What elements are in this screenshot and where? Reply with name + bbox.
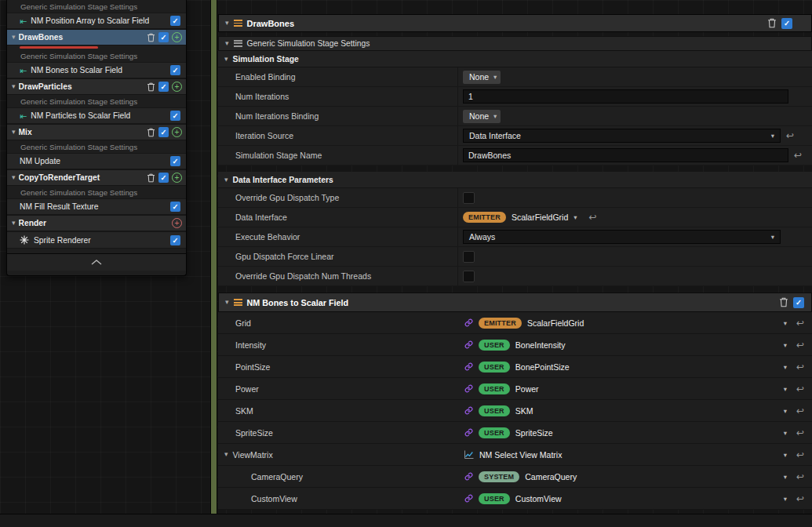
delete-stage-button[interactable] [767,18,777,28]
module-header-nm-bones-to-scalar-field[interactable]: ▾ NM Bones to Scalar Field ✓ [218,293,812,312]
chevron-down-icon[interactable]: ▾ [573,214,577,220]
stage-enabled-checkbox[interactable]: ✓ [158,32,169,42]
param-value[interactable]: NM Select View Matrix [479,450,562,460]
stage-enabled-checkbox[interactable]: ✓ [158,82,169,92]
stage-enabled-checkbox[interactable]: ✓ [158,173,169,183]
category-simulation-stage[interactable]: ▾ Simulation Stage [218,51,812,67]
reset-to-default-button[interactable]: ↩ [796,318,804,328]
module-enabled-checkbox[interactable]: ✓ [170,111,180,121]
category-data-interface-parameters[interactable]: ▾ Data Interface Parameters [218,172,812,188]
reset-to-default-button[interactable]: ↩ [786,131,794,140]
chevron-down-icon[interactable]: ▾ [12,129,16,136]
stage-enabled-checkbox[interactable]: ✓ [781,18,792,29]
stack-group-render[interactable]: ▾ Render + [7,215,186,231]
stack-group-mix[interactable]: ▾ Mix ✓ + [7,124,186,140]
module-enabled-checkbox[interactable]: ✓ [170,65,180,75]
collapse-stack-button[interactable] [7,253,186,271]
reset-to-default-button[interactable]: ↩ [796,340,804,350]
module-enabled-checkbox[interactable]: ✓ [170,202,180,212]
chevron-down-icon[interactable]: ▾ [224,56,228,63]
param-value[interactable]: SpriteSize [515,428,553,438]
override-gpu-dispatch-num-threads-checkbox[interactable] [463,271,475,282]
module-enabled-checkbox[interactable]: ✓ [793,297,804,308]
details-header-drawbones[interactable]: ▾ DrawBones ✓ [218,14,812,32]
chevron-down-icon[interactable]: ▾ [784,386,787,392]
param-value[interactable]: CameraQuery [525,472,577,482]
add-module-button[interactable]: + [172,32,182,42]
chevron-down-icon[interactable]: ▾ [784,474,787,480]
execute-behavior-dropdown[interactable]: Always ▾ [463,230,781,244]
stack-group-drawparticles[interactable]: ▾ DrawParticles ✓ + [7,78,186,95]
param-value[interactable]: SKM [515,406,533,416]
stack-group-copytorendertarget[interactable]: ▾ CopyToRenderTarget ✓ + [7,169,186,186]
add-renderer-button[interactable]: + [172,218,182,228]
chevron-down-icon[interactable]: ▾ [784,320,787,326]
chevron-down-icon[interactable]: ▾ [784,342,787,348]
reset-to-default-button[interactable]: ↩ [796,450,804,460]
reset-to-default-button[interactable]: ↩ [796,362,804,372]
chevron-down-icon[interactable]: ▾ [224,176,228,184]
chevron-down-icon[interactable]: ▾ [12,174,16,181]
reset-to-default-button[interactable]: ↩ [796,384,804,394]
chevron-down-icon[interactable]: ▾ [224,451,228,458]
num-iterations-input[interactable]: 1 [463,89,788,104]
enabled-binding-dropdown[interactable]: None ▾ [463,71,501,84]
reset-to-default-button[interactable]: ↩ [796,428,804,438]
property-label: Gpu Dispatch Force Linear [235,252,333,261]
data-interface-value[interactable]: ScalarFieldGrid [512,213,568,222]
override-gpu-dispatch-type-checkbox[interactable] [463,192,475,204]
stack-module-nm-fill-result-texture[interactable]: NM Fill Result Texture ✓ [7,198,186,215]
chevron-down-icon[interactable]: ▾ [225,40,229,47]
settings-icon [234,40,242,47]
stack-group-drawbones[interactable]: ▾ DrawBones ✓ + [7,29,186,45]
module-enabled-checkbox[interactable]: ✓ [170,16,180,26]
stack-module-nm-bones-to-scalar-field[interactable]: ⇤ NM Bones to Scalar Field ✓ [7,62,186,78]
param-row-skm: SKM USER SKM ▾↩ [218,400,812,422]
stack-module-nm-position-array-to-scalar-field[interactable]: ⇤ NM Position Array to Scalar Field ✓ [7,13,186,29]
delete-stage-button[interactable] [147,173,155,183]
chevron-down-icon[interactable]: ▾ [784,408,787,414]
chevron-down-icon[interactable]: ▾ [784,364,787,370]
iteration-source-dropdown[interactable]: Data Interface ▾ [463,129,781,143]
renderer-enabled-checkbox[interactable]: ✓ [170,235,180,245]
chevron-down-icon[interactable]: ▾ [12,220,16,227]
add-module-button[interactable]: + [172,82,182,92]
param-value[interactable]: Power [515,384,539,394]
param-value[interactable]: CustomView [515,494,562,503]
delete-stage-button[interactable] [147,82,155,92]
chevron-down-icon[interactable]: ▾ [225,20,229,27]
param-value[interactable]: ScalarFieldGrid [527,318,584,328]
gpu-dispatch-force-linear-checkbox[interactable] [463,251,475,263]
reset-to-default-button[interactable]: ↩ [796,472,804,482]
reset-to-default-button[interactable]: ↩ [794,151,802,160]
chevron-down-icon[interactable]: ▾ [784,496,787,502]
linked-input-icon [464,406,473,415]
property-row-data-interface: Data Interface EMITTER ScalarFieldGrid ▾… [218,208,812,227]
add-module-button[interactable]: + [172,127,182,137]
stage-enabled-checkbox[interactable]: ✓ [158,127,169,137]
module-enabled-checkbox[interactable]: ✓ [170,156,180,166]
property-label: Num Iterations Binding [235,111,319,121]
generic-settings-subheader[interactable]: ▾ Generic Simulation Stage Settings [218,36,812,51]
stack-renderer-sprite[interactable]: Sprite Renderer ✓ [7,231,186,249]
simulation-stage-name-input[interactable]: DrawBones [463,148,788,162]
stack-module-nm-particles-to-scalar-field[interactable]: ⇤ NM Particles to Scalar Field ✓ [7,107,186,124]
chevron-down-icon[interactable]: ▾ [12,83,16,90]
delete-stage-button[interactable] [147,128,155,137]
num-iterations-binding-dropdown[interactable]: None ▾ [463,110,501,123]
reset-to-default-button[interactable]: ↩ [796,494,804,503]
chevron-down-icon[interactable]: ▾ [784,430,787,436]
delete-module-button[interactable] [779,297,788,307]
chevron-down-icon[interactable]: ▾ [12,34,16,41]
chevron-down-icon[interactable]: ▾ [784,452,787,458]
reset-to-default-button[interactable]: ↩ [796,406,804,416]
stack-module-nm-update[interactable]: NM Update ✓ [7,153,186,169]
chevron-down-icon[interactable]: ▾ [225,299,229,306]
dropdown-value: None [469,72,489,82]
add-module-button[interactable]: + [172,173,182,183]
param-value[interactable]: BoneIntensity [515,340,566,350]
param-label: CustomView [251,494,297,503]
param-value[interactable]: BonePointSize [515,362,570,372]
delete-stage-button[interactable] [147,33,155,42]
reset-to-default-button[interactable]: ↩ [589,213,597,222]
